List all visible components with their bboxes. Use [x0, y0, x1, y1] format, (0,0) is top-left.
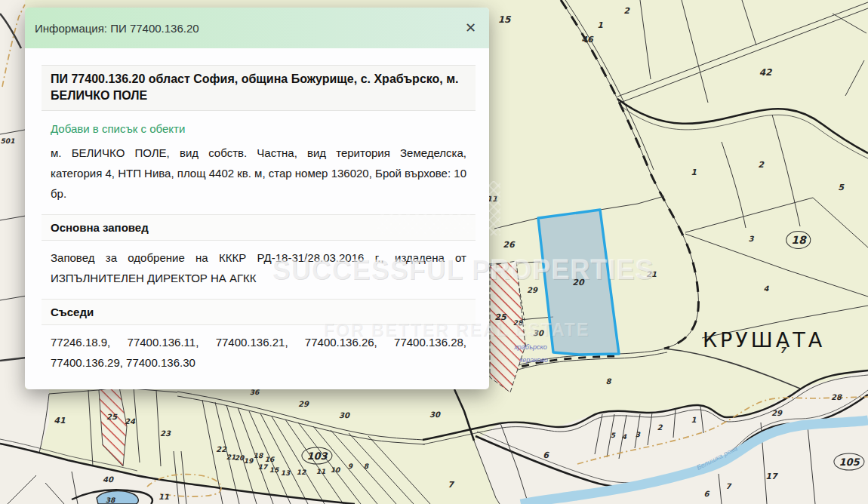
section-text-order: Заповед за одобрение на КККР РД-18-31/28…: [51, 247, 466, 288]
close-icon[interactable]: ✕: [465, 21, 476, 35]
popup-body: ПИ 77400.136.20 област София, община Бож…: [25, 48, 489, 373]
parcel-description: м. БЕЛИЧКО ПОЛЕ, вид собств. Частна, вид…: [51, 143, 466, 204]
popup-header: Информация: ПИ 77400.136.20 ✕: [25, 8, 489, 48]
add-to-list-link[interactable]: Добави в списък с обекти: [51, 122, 476, 135]
section-text-neighbors: 77246.18.9, 77400.136.11, 77400.136.21, …: [51, 332, 466, 373]
section-heading-neighbors: Съседи: [42, 299, 476, 325]
info-popup: Информация: ПИ 77400.136.20 ✕ ПИ 77400.1…: [25, 8, 489, 389]
parcel-title: ПИ 77400.136.20 област София, община Бож…: [42, 65, 476, 111]
popup-title: Информация: ПИ 77400.136.20: [35, 22, 199, 35]
section-heading-order: Основна заповед: [42, 214, 476, 241]
screen: 1521464212534217262925283011208501412524…: [0, 0, 868, 504]
